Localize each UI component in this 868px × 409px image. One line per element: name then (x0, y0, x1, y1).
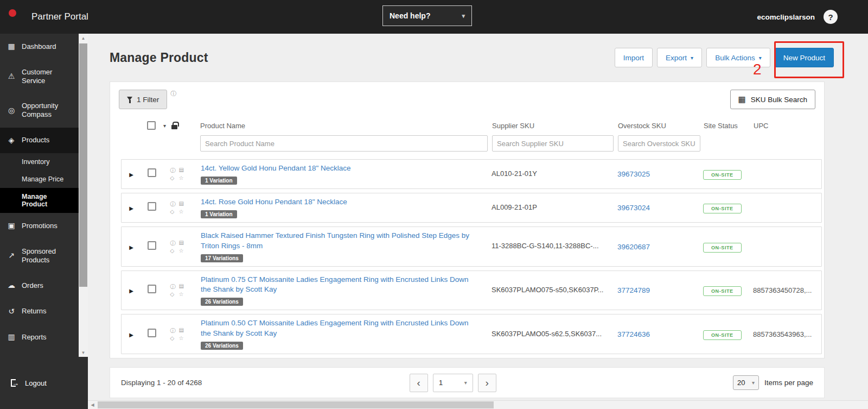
lock-icon[interactable] (171, 125, 177, 129)
sidebar-item-sponsored-products[interactable]: ↗ Sponsored Products (0, 239, 79, 273)
star-icon[interactable]: ☆ (179, 209, 186, 215)
overstock-sku-link[interactable]: 37724636 (617, 330, 650, 338)
image-icon[interactable]: ▤ (179, 200, 186, 208)
sidebar-item-label: Orders (22, 281, 43, 290)
product-name-link[interactable]: Platinum 0.75 CT Moissanite Ladies Engag… (201, 275, 475, 295)
star-icon[interactable]: ☆ (179, 248, 186, 254)
chevron-down-icon: ▾ (464, 380, 467, 386)
overstock-sku-link[interactable]: 39673024 (617, 204, 650, 212)
next-page-button[interactable]: › (478, 374, 496, 392)
bulk-actions-button[interactable]: Bulk Actions ▾ (706, 48, 770, 67)
grid-icon: ▦ (738, 95, 746, 104)
row-checkbox[interactable] (148, 329, 156, 337)
product-name-link[interactable]: 14ct. Yellow Gold Honu Pendant 18" Neckl… (201, 163, 350, 174)
row-expander-icon[interactable]: ▶ (129, 332, 133, 338)
tag-icon: ◈ (7, 136, 16, 146)
image-icon[interactable]: ▤ (179, 240, 186, 247)
sidebar-item-label: Opportunity Compass (22, 102, 74, 119)
sidebar-item-manage-product[interactable]: Manage Product (0, 188, 79, 213)
export-button[interactable]: Export ▾ (657, 48, 702, 67)
select-all-checkbox[interactable] (147, 121, 156, 130)
chevron-down-icon: ▾ (462, 12, 465, 20)
logout-icon: → (11, 379, 19, 387)
row-icon-cluster: ⓘ ▤ ◇ ☆ (163, 200, 193, 215)
sidebar-item-orders[interactable]: ☁ Orders (0, 273, 79, 299)
column-header-product-name: Product Name (193, 122, 492, 130)
row-expander-icon[interactable]: ▶ (129, 172, 133, 178)
promotions-icon: ▣ (7, 221, 16, 231)
scroll-up-icon[interactable]: ▲ (79, 34, 88, 42)
image-icon[interactable]: ▤ (179, 327, 186, 335)
page-select[interactable]: 1 ▾ (433, 374, 473, 392)
items-per-page-select[interactable]: 20 ▾ (733, 375, 759, 390)
scroll-down-icon[interactable]: ▼ (79, 348, 88, 357)
help-icon[interactable]: ? (824, 10, 838, 24)
items-per-page-label: Items per page (764, 379, 813, 387)
sidebar-item-reports[interactable]: ▥ Reports (0, 324, 79, 350)
filter-button[interactable]: 1 Filter (119, 90, 167, 109)
search-overstock-sku-input[interactable] (618, 135, 700, 152)
sidebar-item-products[interactable]: ◈ Products (0, 128, 79, 154)
vertical-scrollbar-thumb[interactable] (79, 43, 87, 287)
horizontal-scrollbar-thumb[interactable] (98, 401, 494, 408)
sidebar-item-returns[interactable]: ↺ Returns (0, 299, 79, 325)
info-icon[interactable]: ⓘ (170, 167, 177, 174)
info-icon[interactable]: ⓘ (170, 327, 177, 335)
scroll-left-icon[interactable]: ◀ (88, 401, 97, 409)
info-icon[interactable]: ⓘ (170, 240, 177, 247)
info-icon[interactable]: ⓘ (170, 283, 177, 291)
sidebar-item-label: Reports (22, 333, 47, 342)
filter-info-icon[interactable]: ⓘ (170, 90, 176, 98)
product-name-link[interactable]: Platinum 0.50 CT Moissanite Ladies Engag… (201, 318, 475, 339)
sidebar-item-customer-service[interactable]: ⚠ Customer Service (0, 60, 79, 94)
tag-icon[interactable]: ◇ (170, 291, 177, 297)
tag-icon[interactable]: ◇ (170, 248, 177, 254)
supplier-sku-value: 11-3288BC-G-S140,11-3288BC-... (492, 242, 617, 251)
row-expander-icon[interactable]: ▶ (129, 244, 133, 250)
logout-button[interactable]: → Logout (0, 357, 88, 409)
image-icon[interactable]: ▤ (179, 283, 186, 291)
brand-logo-icon (9, 9, 16, 17)
star-icon[interactable]: ☆ (179, 291, 186, 297)
product-name-link[interactable]: Black Raised Hammer Textured Finish Tung… (201, 231, 475, 251)
row-expander-icon[interactable]: ▶ (129, 288, 133, 294)
horizontal-scrollbar[interactable]: ◀ (88, 400, 868, 409)
image-icon[interactable]: ▤ (179, 167, 186, 174)
overstock-sku-link[interactable]: 37724789 (617, 286, 650, 294)
sidebar-item-opportunity-compass[interactable]: ◎ Opportunity Compass (0, 93, 79, 128)
product-name-link[interactable]: 14ct. Rose Gold Honu Pendant 18" Necklac… (201, 197, 347, 207)
star-icon[interactable]: ☆ (179, 175, 186, 181)
upc-value: 8857363450728,... (753, 286, 821, 294)
sidebar-item-dashboard[interactable]: ▦ Dashboard (0, 34, 79, 60)
search-supplier-sku-input[interactable] (492, 135, 614, 152)
row-checkbox[interactable] (148, 241, 156, 250)
star-icon[interactable]: ☆ (179, 335, 186, 341)
overstock-sku-link[interactable]: 39620687 (617, 243, 650, 251)
page-number: 1 (439, 379, 443, 387)
vertical-scrollbar[interactable]: ▲ ▼ (79, 34, 88, 357)
sidebar-item-manage-price[interactable]: Manage Price (0, 171, 79, 188)
import-button[interactable]: Import (615, 48, 653, 67)
search-product-name-input[interactable] (200, 135, 488, 152)
chevron-down-icon: ▾ (759, 55, 762, 61)
warning-icon: ⚠ (7, 72, 16, 81)
row-checkbox[interactable] (148, 202, 156, 211)
info-icon[interactable]: ⓘ (170, 200, 177, 208)
tag-icon[interactable]: ◇ (170, 209, 177, 215)
need-help-dropdown[interactable]: Need help? ▾ (382, 5, 472, 26)
overstock-sku-link[interactable]: 39673025 (617, 170, 650, 178)
row-expander-icon[interactable]: ▶ (129, 205, 133, 211)
sku-bulk-search-button[interactable]: ▦ SKU Bulk Search (730, 90, 815, 109)
tag-icon[interactable]: ◇ (170, 335, 177, 341)
site-status-badge: ON-SITE (703, 204, 742, 213)
prev-page-button[interactable]: ‹ (410, 374, 428, 392)
cloud-icon: ☁ (7, 281, 16, 291)
new-product-button[interactable]: New Product (775, 48, 834, 67)
row-icon-cluster: ⓘ ▤ ◇ ☆ (163, 167, 193, 181)
tag-icon[interactable]: ◇ (170, 175, 177, 181)
row-checkbox[interactable] (148, 285, 156, 293)
sidebar-item-promotions[interactable]: ▣ Promotions (0, 213, 79, 239)
select-menu-caret-icon[interactable]: ▾ (163, 123, 166, 129)
sidebar-item-inventory[interactable]: Inventory (0, 153, 79, 171)
row-checkbox[interactable] (148, 168, 156, 177)
